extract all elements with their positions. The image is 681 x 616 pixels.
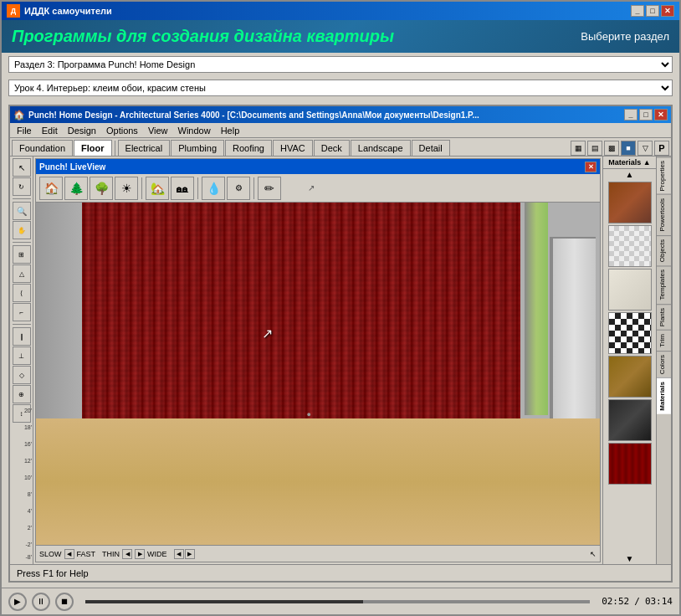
tool-4[interactable]: ⌐ [13,303,31,321]
view-btn-5[interactable]: ▽ [637,141,653,156]
inner-titlebar: 🏠 Punch! Home Design - Architectural Ser… [10,106,671,123]
menu-window[interactable]: Window [173,125,216,136]
inner-window-controls: _ □ ✕ [624,109,668,121]
tab-foundation[interactable]: Foundation [12,140,73,156]
tool-zoom[interactable]: 🔍 [13,202,31,220]
lv-tool-tree1[interactable]: 🌲 [64,177,88,200]
material-thumb-checker[interactable] [608,312,652,354]
menu-edit[interactable]: Edit [37,125,63,136]
play-icon: ▶ [14,597,21,606]
lv-tool-house3[interactable]: 🏘 [171,177,194,200]
section-dropdown[interactable]: Раздел 3: Программа Punch! Home Design [8,56,673,73]
menu-design[interactable]: Design [63,125,101,136]
tool-5[interactable]: ∥ [13,327,31,346]
material-thumb-tile[interactable] [608,225,652,267]
view-btn-3[interactable]: ▩ [604,141,619,156]
scroll-down-btn[interactable]: ▼ [603,553,656,564]
tab-objects[interactable]: Objects [657,235,671,265]
lesson-dropdown[interactable]: Урок 4. Интерьер: клеим обои, красим сте… [8,80,673,96]
dropdown2-row: Урок 4. Интерьер: клеим обои, красим сте… [2,76,679,100]
menu-options[interactable]: Options [101,125,143,136]
tab-properties[interactable]: Properties [657,157,671,194]
lv-tool-sun[interactable]: ☀ [115,177,138,200]
lv-tool-tree2[interactable]: 🌳 [90,177,113,200]
scroll-up-btn[interactable]: ▲ [603,169,656,180]
material-thumb-wallpaper[interactable] [608,443,652,485]
material-thumb-plaster[interactable] [608,269,652,311]
inner-app-icon: 🏠 [13,110,25,121]
liveview-close-btn[interactable]: ✕ [585,162,597,172]
tab-electrical[interactable]: Electrical [118,140,171,156]
tool-rotate[interactable]: ↻ [13,177,31,196]
tab-trim[interactable]: Trim [657,330,671,351]
tab-colors[interactable]: Colors [657,351,671,377]
tab-landscape[interactable]: Landscape [351,140,411,156]
ruler-8: 8' [10,491,33,497]
header-area: Программы для создания дизайна квартиры … [2,20,679,53]
tab-hvac[interactable]: HVAC [273,140,313,156]
slow-label: SLOW [39,550,62,558]
tab-roofing[interactable]: Roofing [225,140,272,156]
lv-tool-settings[interactable]: ⚙ [227,177,250,200]
width-left-btn[interactable]: ◀ [122,549,132,559]
inner-minimize-btn[interactable]: _ [624,109,637,121]
tab-templates[interactable]: Templates [657,265,671,303]
lv-tool-house2[interactable]: 🏡 [146,177,169,200]
lv-tool-house1[interactable]: 🏠 [39,177,63,200]
tool-6[interactable]: ⊥ [13,346,31,365]
play-btn[interactable]: ▶ [8,593,27,611]
tab-deck[interactable]: Deck [314,140,350,156]
view-btn-6[interactable]: P [654,141,669,156]
app-icon: Д [7,4,20,18]
speed-control: SLOW ◀ FAST [39,549,95,559]
tab-floor[interactable]: Floor [74,140,112,156]
stop-btn[interactable]: ⏹ [55,593,74,611]
view-btn-1[interactable]: ▦ [571,141,586,156]
menu-help[interactable]: Help [216,125,245,136]
outer-minimize-btn[interactable]: _ [631,5,644,17]
figure: ● [307,410,311,418]
tool-2[interactable]: △ [13,264,31,283]
dropdown2-wrapper: Урок 4. Интерьер: клеим обои, красим сте… [8,80,673,96]
ruler-neg8: -8' [10,554,33,560]
tool-7[interactable]: ◇ [13,366,31,384]
tool-3[interactable]: ⟨ [13,284,31,302]
tab-materials[interactable]: Materials [657,377,671,414]
current-time: 02:52 [602,596,629,607]
outer-maximize-btn[interactable]: □ [646,5,659,17]
outer-titlebar: Д ИДДК самоучители _ □ ✕ [2,2,679,20]
view-btn-4[interactable]: ■ [621,141,636,156]
material-thumb-floor[interactable] [608,356,652,398]
width-right-btn[interactable]: ▶ [135,549,145,559]
lv-tool-water[interactable]: 💧 [202,177,225,200]
tool-1[interactable]: ⊞ [13,245,31,264]
3d-viewport[interactable]: ● ↗ [36,203,600,545]
view-btn-2[interactable]: ▤ [587,141,602,156]
outer-window: Д ИДДК самоучители _ □ ✕ Программы для с… [0,0,681,616]
material-thumb-wood[interactable] [608,182,652,223]
menubar: File Edit Design Options View Window Hel… [10,123,671,138]
tab-plumbing[interactable]: Plumbing [171,140,224,156]
material-thumb-dark[interactable] [608,399,652,441]
tool-pan[interactable]: ✋ [13,221,31,239]
pause-btn[interactable]: ⏸ [32,593,50,611]
tab-plants[interactable]: Plants [657,304,671,330]
tab-powertools[interactable]: Powertools [657,194,671,235]
progress-bar[interactable] [85,600,590,603]
tool-8[interactable]: ⊕ [13,385,31,403]
menu-file[interactable]: File [12,125,37,136]
tab-detail[interactable]: Detail [412,140,450,156]
outer-close-btn[interactable]: ✕ [661,5,674,17]
tool-pointer[interactable]: ↖ [13,158,31,177]
inner-window-title: Punch! Home Design - Architectural Serie… [28,110,624,120]
ruler-neg2: -2' [10,542,33,547]
inner-close-btn[interactable]: ✕ [654,109,668,121]
speed-left-btn[interactable]: ◀ [64,549,74,559]
inner-maximize-btn[interactable]: □ [639,109,653,121]
tabbar: Foundation Floor Electrical Plumbing Roo… [10,138,671,157]
menu-view[interactable]: View [143,125,173,136]
nav-right-btn[interactable]: ▶ [185,549,195,559]
nav-left-btn[interactable]: ◀ [174,549,184,559]
lv-tool-pencil[interactable]: ✏ [258,177,281,200]
scene: ● ↗ [36,203,600,545]
